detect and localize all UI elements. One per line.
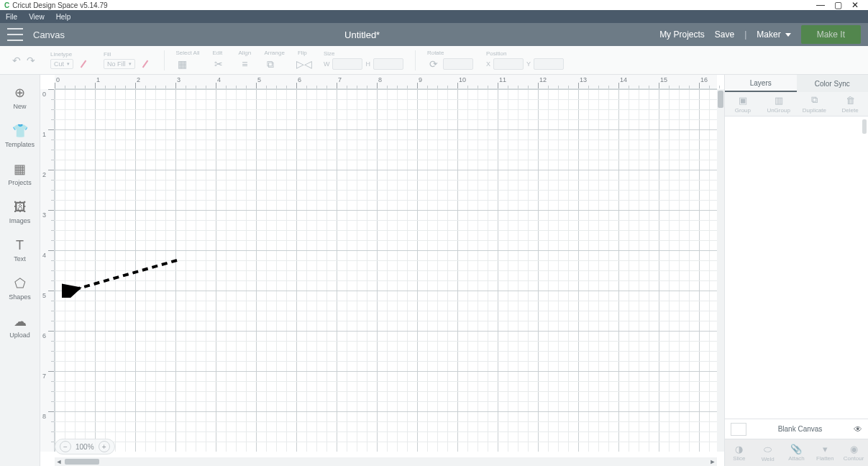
align-label: Align [238, 50, 251, 56]
sidebar-label-projects: Projects [0, 179, 40, 186]
scrollbar-thumb[interactable] [718, 91, 723, 108]
horizontal-scrollbar[interactable]: ◄ ► [55, 457, 717, 466]
arrange-label: Arrange [264, 50, 284, 56]
save-link[interactable]: Save [715, 29, 734, 40]
select-all-icon[interactable]: ▦ [176, 58, 189, 70]
weld-button[interactable]: ⬭Weld [754, 439, 782, 466]
vertical-scrollbar[interactable] [717, 89, 724, 452]
canvas-area[interactable]: 012345678910111213141516 012345678 ◄ ► −… [40, 75, 724, 466]
machine-dropdown[interactable]: Maker [757, 29, 790, 40]
flip-icon[interactable]: ▷◁ [298, 58, 311, 70]
maximize-button[interactable]: ▢ [829, 0, 846, 10]
make-it-button[interactable]: Make It [801, 25, 861, 44]
upload-icon: ☁ [0, 314, 40, 329]
sidebar-label-templates: Templates [0, 141, 40, 148]
scroll-left-icon[interactable]: ◄ [55, 458, 63, 465]
rotate-input[interactable] [443, 58, 473, 70]
tab-color-sync[interactable]: Color Sync [797, 75, 869, 92]
edit-label: Edit [212, 50, 222, 56]
edit-icon[interactable]: ✂ [212, 58, 225, 70]
right-tabs: Layers Color Sync [725, 75, 868, 92]
blank-canvas-label: Blank Canvas [752, 425, 848, 433]
blank-canvas-row[interactable]: Blank Canvas 👁 [725, 419, 868, 439]
zoom-in-button[interactable]: + [99, 441, 110, 452]
sidebar-label-images: Images [0, 217, 40, 224]
edit-toolbar: ↶ ↷ Linetype Cut Fill No Fill Select All… [0, 46, 868, 75]
document-title: Untitled* [65, 29, 659, 40]
sidebar-label-new: New [0, 103, 40, 110]
sidebar-item-new[interactable]: ⊕ New [0, 79, 40, 117]
ungroup-button[interactable]: ▥UnGroup [761, 92, 797, 116]
cricut-logo: C [4, 1, 9, 9]
canvas-grid[interactable] [55, 89, 717, 452]
duplicate-button[interactable]: ⧉Duplicate [797, 92, 833, 116]
flatten-icon: ▾ [823, 444, 828, 454]
header-separator: | [744, 29, 746, 40]
weld-icon: ⬭ [764, 444, 772, 455]
scroll-right-icon[interactable]: ► [708, 458, 717, 465]
menu-bar: File View Help [0, 10, 868, 23]
height-input[interactable] [373, 58, 403, 70]
contour-button[interactable]: ◉Contour [839, 439, 868, 466]
sidebar-label-text: Text [0, 255, 40, 262]
sidebar-item-text[interactable]: T Text [0, 232, 40, 270]
trash-icon: 🗑 [846, 95, 855, 106]
sidebar-item-shapes[interactable]: ⬠ Shapes [0, 270, 40, 308]
tab-layers[interactable]: Layers [725, 75, 797, 92]
align-icon[interactable]: ≡ [238, 58, 251, 70]
tshirt-icon: 👕 [0, 123, 40, 139]
width-input[interactable] [332, 58, 362, 70]
flatten-button[interactable]: ▾Flatten [810, 439, 839, 466]
layer-actions: ▣Group ▥UnGroup ⧉Duplicate 🗑Delete [725, 92, 868, 116]
sidebar-item-templates[interactable]: 👕 Templates [0, 117, 40, 155]
scrollbar-thumb[interactable] [65, 459, 99, 465]
zoom-out-button[interactable]: − [60, 441, 71, 452]
h-label: H [365, 60, 370, 68]
layers-list [725, 116, 868, 419]
redo-icon[interactable]: ↷ [24, 54, 37, 67]
slice-button[interactable]: ◑Slice [725, 439, 754, 466]
slice-icon: ◑ [735, 444, 743, 454]
linetype-select[interactable]: Cut [50, 59, 73, 69]
shapes-icon: ⬠ [0, 275, 40, 291]
size-label: Size [324, 50, 335, 57]
y-label: Y [526, 60, 531, 68]
undo-icon[interactable]: ↶ [10, 54, 23, 67]
attach-button[interactable]: 📎Attach [782, 439, 811, 466]
zoom-control: − 100% + [55, 439, 115, 454]
plus-circle-icon: ⊕ [0, 85, 40, 101]
minimize-button[interactable]: — [812, 0, 829, 10]
fill-select[interactable]: No Fill [104, 59, 135, 69]
right-panel: Layers Color Sync ▣Group ▥UnGroup ⧉Dupli… [724, 75, 868, 466]
visibility-toggle-icon[interactable]: 👁 [854, 424, 862, 434]
x-input[interactable] [493, 58, 524, 70]
sidebar-label-upload: Upload [0, 332, 40, 339]
menu-file[interactable]: File [0, 13, 23, 21]
menu-view[interactable]: View [23, 13, 50, 21]
sidebar-label-shapes: Shapes [0, 293, 40, 301]
my-projects-link[interactable]: My Projects [659, 29, 705, 40]
close-window-button[interactable]: ✕ [846, 0, 864, 10]
linetype-slash-icon [81, 60, 87, 68]
group-button[interactable]: ▣Group [725, 92, 761, 116]
hamburger-menu-icon[interactable] [7, 28, 23, 41]
layers-scrollbar[interactable] [862, 119, 867, 134]
app-header: Canvas Untitled* My Projects Save | Make… [0, 23, 868, 46]
toolbar-divider [164, 50, 165, 70]
canvas-breadcrumb: Canvas [33, 29, 65, 40]
fill-label: Fill [104, 51, 111, 58]
y-input[interactable] [534, 58, 564, 70]
delete-button[interactable]: 🗑Delete [832, 92, 868, 116]
menu-help[interactable]: Help [50, 13, 77, 21]
rotate-label: Rotate [427, 50, 444, 56]
position-label: Position [486, 50, 506, 57]
rotate-icon[interactable]: ⟳ [427, 58, 440, 70]
sidebar-item-upload[interactable]: ☁ Upload [0, 308, 40, 346]
sidebar-item-images[interactable]: 🖼 Images [0, 193, 40, 232]
text-icon: T [0, 237, 40, 253]
sidebar-item-projects[interactable]: ▦ Projects [0, 155, 40, 193]
ungroup-icon: ▥ [775, 95, 783, 106]
canvas-swatch[interactable] [731, 423, 746, 436]
contour-icon: ◉ [850, 444, 858, 454]
arrange-icon[interactable]: ⧉ [264, 58, 277, 70]
